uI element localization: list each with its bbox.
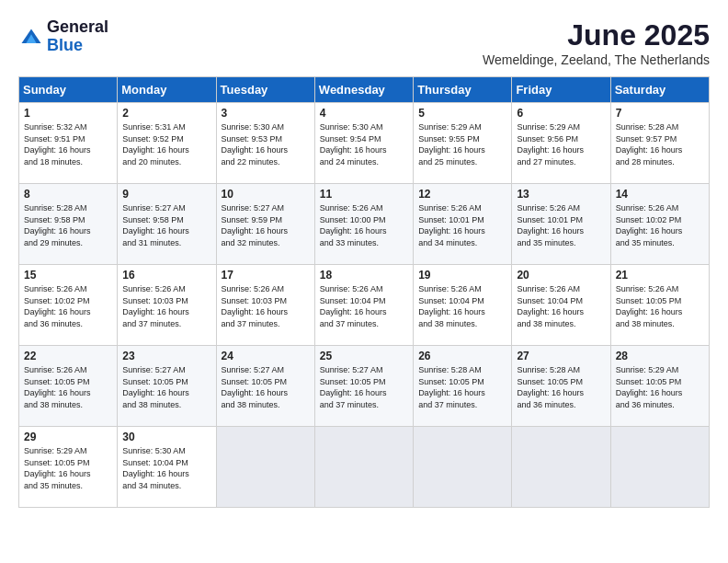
day-number: 7: [616, 107, 704, 120]
day-info: Sunrise: 5:29 AM Sunset: 10:05 PM Daylig…: [24, 445, 112, 491]
calendar-cell: 6Sunrise: 5:29 AM Sunset: 9:56 PM Daylig…: [512, 103, 610, 184]
day-info: Sunrise: 5:30 AM Sunset: 10:04 PM Daylig…: [122, 445, 210, 491]
calendar-cell: [610, 427, 709, 508]
location-title: Wemeldinge, Zeeland, The Netherlands: [483, 52, 710, 67]
day-number: 4: [320, 107, 408, 120]
day-number: 29: [24, 431, 112, 443]
day-number: 23: [122, 350, 210, 362]
calendar-cell: [314, 427, 413, 508]
day-number: 3: [222, 107, 310, 120]
calendar-week-2: 8Sunrise: 5:28 AM Sunset: 9:58 PM Daylig…: [19, 184, 710, 265]
calendar-cell: 28Sunrise: 5:29 AM Sunset: 10:05 PM Dayl…: [610, 346, 709, 427]
calendar-cell: 1Sunrise: 5:32 AM Sunset: 9:51 PM Daylig…: [19, 103, 118, 184]
day-info: Sunrise: 5:28 AM Sunset: 10:05 PM Daylig…: [517, 364, 605, 410]
calendar-cell: 3Sunrise: 5:30 AM Sunset: 9:53 PM Daylig…: [216, 103, 314, 184]
calendar-cell: 18Sunrise: 5:26 AM Sunset: 10:04 PM Dayl…: [314, 265, 413, 346]
calendar-cell: 30Sunrise: 5:30 AM Sunset: 10:04 PM Dayl…: [118, 427, 216, 508]
day-number: 6: [517, 107, 605, 120]
calendar-cell: [216, 427, 314, 508]
calendar-week-3: 15Sunrise: 5:26 AM Sunset: 10:02 PM Dayl…: [19, 265, 710, 346]
day-info: Sunrise: 5:26 AM Sunset: 10:02 PM Daylig…: [616, 202, 704, 248]
calendar-cell: 15Sunrise: 5:26 AM Sunset: 10:02 PM Dayl…: [19, 265, 118, 346]
day-info: Sunrise: 5:27 AM Sunset: 10:05 PM Daylig…: [222, 364, 310, 410]
day-number: 21: [616, 269, 704, 282]
day-info: Sunrise: 5:29 AM Sunset: 10:05 PM Daylig…: [616, 364, 704, 410]
day-info: Sunrise: 5:26 AM Sunset: 10:01 PM Daylig…: [517, 202, 605, 248]
logo-icon: [18, 24, 44, 50]
day-info: Sunrise: 5:26 AM Sunset: 10:00 PM Daylig…: [320, 202, 408, 248]
day-number: 2: [122, 107, 210, 120]
day-info: Sunrise: 5:32 AM Sunset: 9:51 PM Dayligh…: [24, 121, 112, 167]
calendar-table: SundayMondayTuesdayWednesdayThursdayFrid…: [18, 76, 710, 508]
calendar-cell: 2Sunrise: 5:31 AM Sunset: 9:52 PM Daylig…: [118, 103, 216, 184]
day-info: Sunrise: 5:27 AM Sunset: 10:05 PM Daylig…: [320, 364, 408, 410]
logo-general-text: General: [47, 18, 108, 37]
day-info: Sunrise: 5:30 AM Sunset: 9:54 PM Dayligh…: [320, 121, 408, 167]
day-info: Sunrise: 5:26 AM Sunset: 10:04 PM Daylig…: [418, 283, 506, 329]
day-info: Sunrise: 5:28 AM Sunset: 10:05 PM Daylig…: [418, 364, 506, 410]
day-info: Sunrise: 5:27 AM Sunset: 9:59 PM Dayligh…: [222, 202, 310, 248]
day-number: 15: [24, 269, 112, 282]
calendar-cell: 4Sunrise: 5:30 AM Sunset: 9:54 PM Daylig…: [314, 103, 413, 184]
day-number: 13: [517, 188, 605, 201]
calendar-week-5: 29Sunrise: 5:29 AM Sunset: 10:05 PM Dayl…: [19, 427, 710, 508]
day-number: 1: [24, 107, 112, 120]
calendar-cell: 17Sunrise: 5:26 AM Sunset: 10:03 PM Dayl…: [216, 265, 314, 346]
day-info: Sunrise: 5:28 AM Sunset: 9:58 PM Dayligh…: [24, 202, 112, 248]
page-header: General Blue June 2025 Wemeldinge, Zeela…: [9, 9, 719, 72]
calendar-cell: 11Sunrise: 5:26 AM Sunset: 10:00 PM Dayl…: [314, 184, 413, 265]
day-info: Sunrise: 5:28 AM Sunset: 9:57 PM Dayligh…: [616, 121, 704, 167]
day-number: 30: [122, 431, 210, 443]
weekday-header-row: SundayMondayTuesdayWednesdayThursdayFrid…: [19, 77, 710, 103]
calendar-week-4: 22Sunrise: 5:26 AM Sunset: 10:05 PM Dayl…: [19, 346, 710, 427]
day-info: Sunrise: 5:26 AM Sunset: 10:05 PM Daylig…: [24, 364, 112, 410]
day-number: 14: [616, 188, 704, 201]
calendar-cell: 24Sunrise: 5:27 AM Sunset: 10:05 PM Dayl…: [216, 346, 314, 427]
logo-blue-text: Blue: [47, 37, 108, 55]
calendar-cell: 10Sunrise: 5:27 AM Sunset: 9:59 PM Dayli…: [216, 184, 314, 265]
calendar-cell: 14Sunrise: 5:26 AM Sunset: 10:02 PM Dayl…: [610, 184, 709, 265]
calendar-cell: 19Sunrise: 5:26 AM Sunset: 10:04 PM Dayl…: [414, 265, 512, 346]
day-number: 28: [616, 350, 704, 362]
day-info: Sunrise: 5:26 AM Sunset: 10:04 PM Daylig…: [517, 283, 605, 329]
calendar-cell: 13Sunrise: 5:26 AM Sunset: 10:01 PM Dayl…: [512, 184, 610, 265]
weekday-monday: Monday: [118, 77, 216, 103]
calendar-cell: [512, 427, 610, 508]
logo: General Blue: [18, 18, 108, 55]
calendar-cell: 20Sunrise: 5:26 AM Sunset: 10:04 PM Dayl…: [512, 265, 610, 346]
day-number: 27: [517, 350, 605, 362]
day-number: 9: [122, 188, 210, 201]
day-number: 8: [24, 188, 112, 201]
calendar-cell: 29Sunrise: 5:29 AM Sunset: 10:05 PM Dayl…: [19, 427, 118, 508]
day-number: 17: [222, 269, 310, 282]
calendar-cell: [414, 427, 512, 508]
day-number: 18: [320, 269, 408, 282]
day-number: 11: [320, 188, 408, 201]
calendar-cell: 26Sunrise: 5:28 AM Sunset: 10:05 PM Dayl…: [414, 346, 512, 427]
weekday-friday: Friday: [512, 77, 610, 103]
calendar-week-1: 1Sunrise: 5:32 AM Sunset: 9:51 PM Daylig…: [19, 103, 710, 184]
calendar-cell: 12Sunrise: 5:26 AM Sunset: 10:01 PM Dayl…: [414, 184, 512, 265]
day-info: Sunrise: 5:27 AM Sunset: 10:05 PM Daylig…: [122, 364, 210, 410]
weekday-wednesday: Wednesday: [314, 77, 413, 103]
calendar-cell: 22Sunrise: 5:26 AM Sunset: 10:05 PM Dayl…: [19, 346, 118, 427]
day-number: 22: [24, 350, 112, 362]
calendar-cell: 23Sunrise: 5:27 AM Sunset: 10:05 PM Dayl…: [118, 346, 216, 427]
weekday-thursday: Thursday: [414, 77, 512, 103]
calendar-cell: 27Sunrise: 5:28 AM Sunset: 10:05 PM Dayl…: [512, 346, 610, 427]
day-info: Sunrise: 5:26 AM Sunset: 10:04 PM Daylig…: [320, 283, 408, 329]
weekday-saturday: Saturday: [610, 77, 709, 103]
day-info: Sunrise: 5:29 AM Sunset: 9:56 PM Dayligh…: [517, 121, 605, 167]
day-number: 16: [122, 269, 210, 282]
calendar-cell: 5Sunrise: 5:29 AM Sunset: 9:55 PM Daylig…: [414, 103, 512, 184]
day-info: Sunrise: 5:26 AM Sunset: 10:03 PM Daylig…: [122, 283, 210, 329]
day-info: Sunrise: 5:26 AM Sunset: 10:02 PM Daylig…: [24, 283, 112, 329]
calendar-cell: 7Sunrise: 5:28 AM Sunset: 9:57 PM Daylig…: [610, 103, 709, 184]
calendar-cell: 21Sunrise: 5:26 AM Sunset: 10:05 PM Dayl…: [610, 265, 709, 346]
day-number: 26: [418, 350, 506, 362]
day-info: Sunrise: 5:27 AM Sunset: 9:58 PM Dayligh…: [122, 202, 210, 248]
day-info: Sunrise: 5:26 AM Sunset: 10:01 PM Daylig…: [418, 202, 506, 248]
day-number: 12: [418, 188, 506, 201]
weekday-sunday: Sunday: [19, 77, 118, 103]
day-info: Sunrise: 5:31 AM Sunset: 9:52 PM Dayligh…: [122, 121, 210, 167]
